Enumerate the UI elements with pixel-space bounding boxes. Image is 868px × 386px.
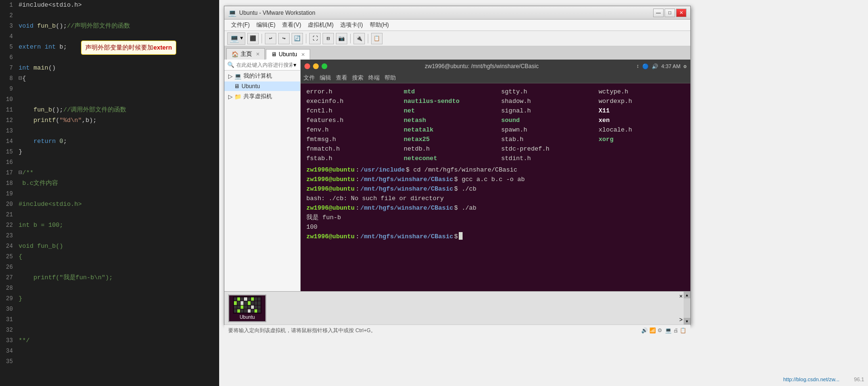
terminal-menu-search[interactable]: 搜索 <box>352 74 363 82</box>
toolbar-refresh-icon[interactable]: 🔄 <box>292 33 303 44</box>
line-num-34: 34 <box>0 346 17 356</box>
search-icon: 🔍 <box>227 61 234 68</box>
search-input[interactable] <box>236 62 293 68</box>
menu-view[interactable]: 查看(V) <box>279 20 304 30</box>
ubuntu-thumbnail[interactable]: Ubuntu <box>228 295 266 322</box>
line-content-13 <box>17 126 219 136</box>
sidebar-my-computer[interactable]: ▷ 💻 我的计算机 <box>224 71 300 81</box>
file-error-h: error.h <box>306 87 393 97</box>
code-line-10: 10 <box>0 94 219 105</box>
toolbar-redo-icon[interactable]: ↪ <box>278 33 290 44</box>
code-line-11: 11 fun_b();//调用外部文件的函数 <box>0 105 219 115</box>
line-num-15: 15 <box>0 147 17 157</box>
terminal-close-dot[interactable] <box>304 63 310 69</box>
line-num-14: 14 <box>0 136 17 147</box>
code-line-19: 19 <box>0 189 219 199</box>
line-content-8: ⊟{ <box>17 73 219 84</box>
toolbar-fullscreen-icon[interactable]: ⛶ <box>309 33 321 44</box>
terminal-minimize-dot[interactable] <box>313 63 319 69</box>
terminal-settings-icon[interactable]: ⚙ <box>683 63 686 70</box>
tab-ubuntu[interactable]: 🖥 Ubuntu ✕ <box>266 49 310 60</box>
file-col-4: wctype.h wordexp.h X11 xen xlocale.h xor… <box>599 87 685 163</box>
toolbar-panel-icon[interactable]: 📋 <box>371 33 383 44</box>
code-line-29: 29 } <box>0 294 219 304</box>
code-line-9: 9 <box>0 84 219 94</box>
code-line-3: 3 void fun_b();//声明外部文件的函数 <box>0 21 219 31</box>
file-stdint-h: stdint.h <box>501 154 587 163</box>
line-num-13: 13 <box>0 126 17 136</box>
line-num-23: 23 <box>0 231 17 241</box>
file-empty-2 <box>599 154 685 163</box>
file-fenv-h: fenv.h <box>306 125 393 135</box>
tab-home[interactable]: 🏠 主页 ✕ <box>226 48 265 60</box>
file-col-1: error.h execinfo.h fcntl.h features.h fe… <box>306 87 393 163</box>
file-fstab-h: fstab.h <box>306 154 393 163</box>
line-content-16 <box>17 157 219 168</box>
line-content-22: int b = 100; <box>17 220 219 231</box>
toolbar-undo-icon[interactable]: ↩ <box>265 33 276 44</box>
maximize-button[interactable]: □ <box>665 9 675 17</box>
minimize-button[interactable]: — <box>653 9 664 17</box>
file-shadow-h: shadow.h <box>501 97 587 106</box>
toolbar-usb-icon[interactable]: 🔌 <box>353 33 365 44</box>
line-num-7: 7 <box>0 63 17 73</box>
toolbar-power-icon[interactable]: ⬛ <box>247 33 259 44</box>
terminal-menu-view[interactable]: 查看 <box>336 74 347 82</box>
menu-tabs[interactable]: 选项卡(I) <box>337 20 365 30</box>
tab-home-close[interactable]: ✕ <box>256 51 260 57</box>
code-line-17: 17 ⊟/** <box>0 168 219 178</box>
terminal-menu-terminal[interactable]: 终端 <box>368 74 380 82</box>
sidebar-shared-vms[interactable]: ▷ 📁 共享虚拟机 <box>224 91 300 102</box>
search-dropdown-icon[interactable]: ▼ <box>293 62 297 68</box>
line-num-21: 21 <box>0 210 17 220</box>
line-num-10: 10 <box>0 94 17 105</box>
tab-ubuntu-close[interactable]: ✕ <box>301 52 305 57</box>
sidebar-ubuntu[interactable]: 🖥 Ubuntu <box>224 81 300 91</box>
code-line-20: 20 #include<stdio.h> <box>0 199 219 210</box>
line-content-9 <box>17 84 219 94</box>
terminal-prompt-final: zw1996@ubuntu:/mnt/hgfs/winshare/CBasic$ <box>306 232 685 242</box>
menu-edit[interactable]: 编辑(E) <box>253 20 278 30</box>
scroll-up-arrow[interactable]: ▲ <box>684 292 690 298</box>
toolbar-dropdown-icon[interactable]: ▼ <box>240 36 243 41</box>
terminal-maximize-dot[interactable] <box>322 63 327 69</box>
code-line-23: 23 <box>0 231 219 241</box>
panel-expand-icon[interactable]: > <box>679 317 683 324</box>
terminal-body[interactable]: error.h execinfo.h fcntl.h features.h fe… <box>301 83 690 291</box>
vm-search-bar[interactable]: 🔍 ▼ <box>224 60 300 71</box>
terminal-window-controls <box>304 63 327 69</box>
vmware-controls[interactable]: — □ ✕ <box>653 9 686 17</box>
code-line-15: 15 } <box>0 147 219 157</box>
menu-help[interactable]: 帮助(H) <box>367 20 392 30</box>
line-content-14: return 0; <box>17 136 219 147</box>
menu-vm[interactable]: 虚拟机(M) <box>305 20 336 30</box>
line-num-12: 12 <box>0 115 17 126</box>
code-line-14: 14 return 0; <box>0 136 219 147</box>
terminal-menu-file[interactable]: 文件 <box>303 74 315 82</box>
statusbar-text: 要将输入定向到该虚拟机，请将鼠标指针移入其中或按 Ctrl+G。 <box>228 327 376 334</box>
menu-file[interactable]: 文件(F) <box>228 20 252 30</box>
toolbar-split-icon[interactable]: ⊟ <box>323 33 334 44</box>
line-content-10 <box>17 94 219 105</box>
line-num-32: 32 <box>0 325 17 335</box>
toolbar-capture-icon[interactable]: 📷 <box>336 33 347 44</box>
code-line-13: 13 <box>0 126 219 136</box>
panel-close-icon[interactable]: ✕ <box>679 293 683 300</box>
file-netax25: netax25 <box>404 135 490 144</box>
terminal-menu-help[interactable]: 帮助 <box>384 74 396 82</box>
file-netatalk: netatalk <box>404 125 490 135</box>
scroll-down-arrow[interactable]: ▼ <box>684 318 690 325</box>
terminal-time: 4:37 AM <box>661 63 680 69</box>
line-content-30 <box>17 304 219 315</box>
terminal-menu-edit[interactable]: 编辑 <box>320 74 331 82</box>
statusbar-right-icons: 💻 🖨 📋 <box>665 327 686 334</box>
shared-expand-icon: ▷ <box>228 93 232 100</box>
file-sgtty-h: sgtty.h <box>501 87 587 97</box>
line-num-25: 25 <box>0 252 17 262</box>
shared-vms-label: 共享虚拟机 <box>243 92 272 101</box>
line-content-18: b.c文件内容 <box>17 178 219 189</box>
ubuntu-sidebar-label: Ubuntu <box>242 83 260 90</box>
file-x11: X11 <box>599 106 685 116</box>
vmware-titlebar: 💻 Ubuntu - VMware Workstation — □ ✕ <box>224 6 690 20</box>
close-button[interactable]: ✕ <box>676 9 686 17</box>
